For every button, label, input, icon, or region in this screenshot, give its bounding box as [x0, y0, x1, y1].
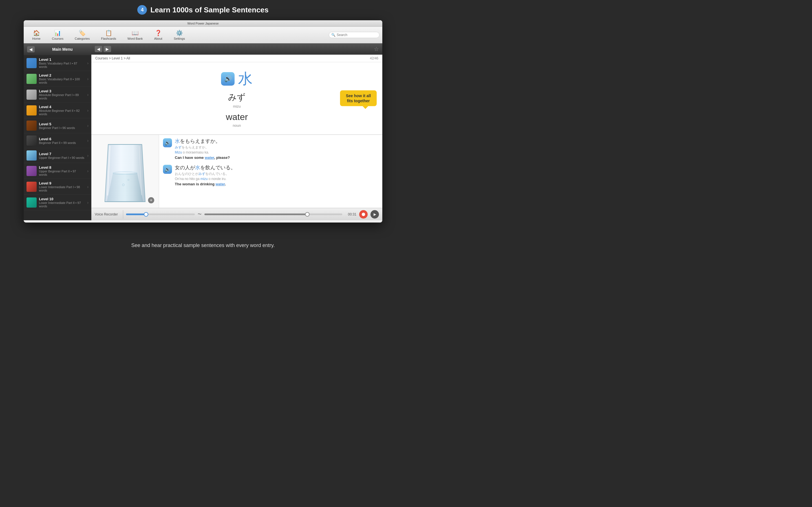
- word-audio-button[interactable]: 🔊: [221, 72, 235, 86]
- level-desc-2: Basic Vocabulary Part II • 100 words: [39, 77, 85, 84]
- nav-settings[interactable]: ⚙️ Settings: [168, 29, 191, 41]
- level-desc-5: Beginner Part I • 96 words: [39, 126, 85, 129]
- chevron-right-icon: ›: [87, 138, 89, 143]
- favorite-star-icon[interactable]: ☆: [374, 46, 379, 52]
- sentence-content-2: 女の人が水を飲んでいる。 おんなのひとがみずをのんでいる。 On'na no h…: [175, 164, 378, 186]
- nav-about-label: About: [154, 37, 162, 40]
- play-button[interactable]: ▶: [370, 210, 379, 219]
- level-desc-1: Basic Vocabulary Part I • 87 words: [39, 62, 85, 68]
- top-header: 4 Learn 1000s of Sample Sentences: [0, 0, 406, 18]
- level-item-6[interactable]: Level 6 Beginner Part II • 99 words ›: [24, 133, 91, 148]
- level-desc-6: Beginner Part II • 99 words: [39, 141, 85, 145]
- chevron-right-icon: ›: [87, 123, 89, 128]
- sentence-jp-large-2: 女の人が水を飲んでいる。: [175, 164, 378, 171]
- app-window: Word Power Japanese 🏠 Home 📊 Courses 🏷️ …: [24, 20, 382, 223]
- search-input[interactable]: [337, 33, 377, 37]
- level-info-4: Level 4 Absolute Beginner Part II • 82 w…: [39, 105, 85, 116]
- sentence-audio-button-1[interactable]: 🔊: [163, 138, 172, 147]
- sentence-romaji-2: On'na no hito ga mizu o nonde iru.: [175, 177, 378, 181]
- level-item-7[interactable]: Level 7 Upper Beginner Part I • 90 words…: [24, 148, 91, 163]
- nav-flashcards-label: Flashcards: [101, 37, 116, 40]
- sentence-romaji-1: Mizu o moraemasu ka.: [175, 151, 378, 154]
- level-thumb-6: [27, 135, 37, 146]
- sidebar: ◀ Main Menu Level 1 Basic Vocabulary Par…: [24, 43, 91, 220]
- progress-bar-2[interactable]: [204, 214, 342, 215]
- level-desc-10: Lower Intermediate Part II • 97 words: [39, 201, 85, 208]
- courses-icon: 📊: [54, 30, 61, 36]
- level-desc-3: Absolute Beginner Part I • 89 words: [39, 93, 85, 100]
- nav-home-label: Home: [32, 37, 40, 40]
- level-thumb-3: [27, 90, 37, 100]
- level-name-8: Level 8: [39, 165, 85, 170]
- sentence-kanji-2: 水: [195, 165, 200, 170]
- sentence-kanji-1: 水: [175, 138, 180, 144]
- level-item-2[interactable]: Level 2 Basic Vocabulary Part II • 100 w…: [24, 71, 91, 87]
- level-name-3: Level 3: [39, 89, 85, 93]
- nav-categories[interactable]: 🏷️ Categories: [69, 29, 95, 41]
- detail-forward-button[interactable]: ▶: [103, 46, 111, 52]
- categories-icon: 🏷️: [79, 30, 86, 36]
- main-content: ◀ Main Menu Level 1 Basic Vocabulary Par…: [24, 43, 382, 220]
- level-item-1[interactable]: Level 1 Basic Vocabulary Part I • 87 wor…: [24, 55, 91, 71]
- sidebar-header: ◀ Main Menu: [24, 43, 91, 55]
- level-thumb-4: [27, 105, 37, 115]
- app-title: Word Power Japanese: [187, 22, 218, 25]
- english-word: water: [226, 112, 248, 122]
- about-icon: ❓: [155, 30, 162, 36]
- sidebar-title: Main Menu: [37, 47, 88, 52]
- level-item-4[interactable]: Level 4 Absolute Beginner Part II • 82 w…: [24, 103, 91, 118]
- progress-bar-1[interactable]: [126, 214, 195, 215]
- settings-icon: ⚙️: [176, 30, 183, 36]
- nav-flashcards[interactable]: 📋 Flashcards: [95, 29, 122, 41]
- level-info-2: Level 2 Basic Vocabulary Part II • 100 w…: [39, 73, 85, 84]
- nav-wordbank-label: Word Bank: [128, 37, 143, 40]
- nav-wordbank[interactable]: 📖 Word Bank: [122, 29, 148, 41]
- search-icon: 🔍: [331, 33, 336, 37]
- detail-back-button[interactable]: ◀: [95, 46, 102, 52]
- step-badge: 4: [137, 5, 147, 15]
- nav-bar: 🏠 Home 📊 Courses 🏷️ Categories 📋 Flashca…: [24, 27, 382, 43]
- record-button[interactable]: [359, 210, 368, 219]
- level-item-9[interactable]: Level 9 Lower Intermediate Part I • 98 w…: [24, 179, 91, 194]
- sidebar-list: Level 1 Basic Vocabulary Part I • 87 wor…: [24, 55, 91, 220]
- sentence-hiragana-1: みず: [175, 145, 182, 149]
- nav-about[interactable]: ❓ About: [148, 29, 168, 41]
- sound-wave-icon: 〜: [198, 212, 202, 217]
- sentence-audio-button-2[interactable]: 🔊: [163, 165, 172, 174]
- detail-header: ◀ ▶ ☆: [91, 43, 382, 55]
- level-item-8[interactable]: Level 8 Upper Beginner Part II • 97 word…: [24, 163, 91, 179]
- record-icon: [362, 213, 365, 216]
- level-thumb-5: [27, 121, 37, 131]
- breadcrumb-bar: Courses > Level 1 > All 42/46: [91, 55, 382, 62]
- sentence-hiragana-2: みず: [199, 172, 205, 176]
- page-title: Learn 1000s of Sample Sentences: [150, 6, 268, 14]
- recorder-separator: [123, 210, 123, 219]
- progress-filled-2: [204, 214, 308, 215]
- sentence-item-1: 🔊 水をもらえますか。 みずをもらえますか。 Mizu o moraemasu …: [163, 138, 378, 160]
- level-thumb-7: [27, 151, 37, 161]
- level-thumb-8: [27, 166, 37, 176]
- level-name-4: Level 4: [39, 105, 85, 109]
- level-item-3[interactable]: Level 3 Absolute Beginner Part I • 89 wo…: [24, 87, 91, 103]
- level-name-9: Level 9: [39, 181, 85, 185]
- search-bar[interactable]: 🔍: [329, 32, 379, 38]
- word-header: 🔊 水: [221, 69, 253, 89]
- chevron-right-icon: ›: [87, 108, 89, 113]
- sentence-jp-large-1: 水をもらえますか。: [175, 138, 378, 145]
- nav-courses[interactable]: 📊 Courses: [46, 29, 69, 41]
- chevron-right-icon: ›: [87, 169, 89, 173]
- nav-home[interactable]: 🏠 Home: [27, 29, 46, 41]
- home-icon: 🏠: [33, 30, 40, 36]
- bottom-caption: See and hear practical sample sentences …: [0, 242, 406, 248]
- level-item-5[interactable]: Level 5 Beginner Part I • 96 words ›: [24, 118, 91, 133]
- image-expand-button[interactable]: +: [148, 197, 154, 203]
- sentence-item-2: 🔊 女の人が水を飲んでいる。 おんなのひとがみずをのんでいる。 On'na no…: [163, 164, 378, 186]
- sentence-content-1: 水をもらえますか。 みずをもらえますか。 Mizu o moraemasu ka…: [175, 138, 378, 160]
- word-card: 🔊 水 みず mizu water noun See how it all fi…: [91, 62, 382, 135]
- nav-courses-label: Courses: [52, 37, 63, 40]
- sidebar-back-button[interactable]: ◀: [27, 46, 35, 52]
- level-desc-7: Upper Beginner Part I • 90 words: [39, 156, 85, 159]
- recorder-progress-1: [126, 214, 195, 215]
- level-item-10[interactable]: Level 10 Lower Intermediate Part II • 97…: [24, 194, 91, 210]
- level-info-9: Level 9 Lower Intermediate Part I • 98 w…: [39, 181, 85, 192]
